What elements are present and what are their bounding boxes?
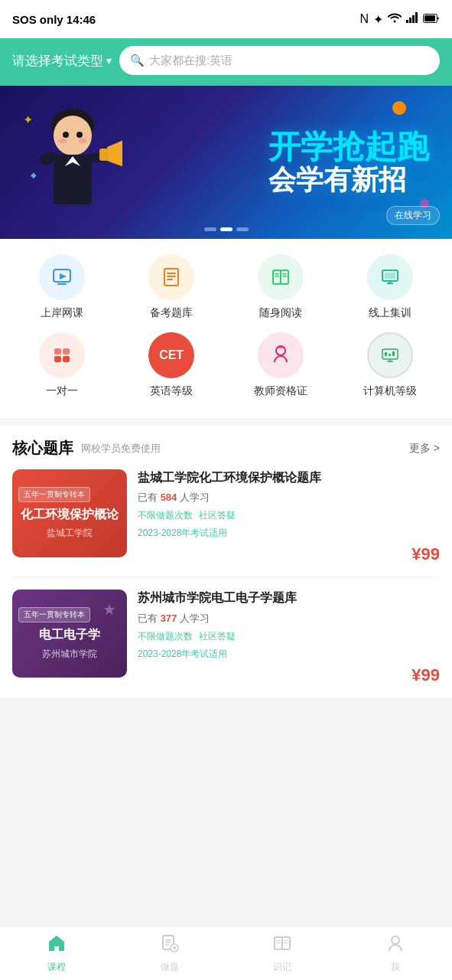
thumb-title-1: 化工环境保护概论 [21, 507, 119, 523]
svg-rect-45 [385, 352, 387, 356]
card-thumb-purple-2: 五年一贯制专转本 ★ 电工电子学 苏州城市学院 [12, 590, 127, 678]
svg-rect-25 [167, 276, 176, 277]
svg-rect-5 [424, 15, 435, 21]
card-info-1: 盐城工学院化工环境保护概论题库 已有 584 人学习 不限做题次数 社区答疑 2… [138, 469, 440, 564]
svg-rect-30 [275, 276, 279, 277]
one-on-one-label: 一对一 [46, 384, 78, 398]
online-course-icon [39, 254, 85, 300]
core-bank-section: 核心题库 网校学员免费使用 更多 > 五年一贯制专转本 化工环境保护概论 盐城工… [0, 426, 452, 697]
svg-rect-26 [167, 279, 173, 280]
online-tag: 在线学习 [386, 206, 440, 225]
card-tag-2-1: 不限做题次数 [138, 630, 193, 643]
svg-rect-3 [415, 12, 418, 23]
more-link[interactable]: 更多 > [409, 442, 440, 456]
thumb-school-1: 盐城工学院 [47, 527, 93, 540]
nav-item-online-training[interactable]: 线上集训 [352, 254, 428, 320]
battery-icon [423, 12, 440, 26]
header: 请选择考试类型 ▾ 🔍 大家都在搜:英语 [0, 38, 452, 86]
bottom-nav-memorize[interactable]: 识记 [252, 933, 313, 974]
profile-icon [385, 933, 405, 958]
course-card-2[interactable]: 五年一贯制专转本 ★ 电工电子学 苏州城市学院 苏州城市学院电工电子学题库 已有… [12, 590, 440, 697]
banner-text-area: 开学抢起跑 会学有新招 [268, 129, 429, 195]
card-thumb-red-1: 五年一贯制专转本 化工环境保护概论 盐城工学院 [12, 469, 127, 557]
svg-point-10 [58, 139, 67, 143]
online-training-label: 线上集训 [369, 306, 411, 320]
deco-circle-orange [392, 101, 406, 115]
bluetooth-icon: ✦ [373, 12, 383, 27]
quick-nav-row-2: 一对一 CET 英语等级 教师资格证 [8, 332, 444, 398]
banner: ✦ ◆ 开学抢起跑 会学有新招 在线学习 [0, 86, 452, 239]
thumb-badge-1: 五年一贯制专转本 [18, 487, 90, 502]
section-title-group: 核心题库 网校学员免费使用 [12, 438, 161, 459]
nav-item-computer-level[interactable]: 计算机等级 [352, 332, 428, 398]
memorize-icon [272, 933, 292, 958]
exam-selector[interactable]: 请选择考试类型 ▾ [12, 52, 112, 70]
thumb-school-2: 苏州城市学院 [42, 648, 97, 661]
svg-rect-31 [282, 273, 287, 275]
svg-marker-16 [107, 138, 122, 168]
card-thumbnail-1: 五年一贯制专转本 化工环境保护概论 盐城工学院 [12, 469, 127, 557]
quick-nav-row-1: 上岸网课 备考题库 [8, 254, 444, 320]
svg-rect-37 [54, 348, 61, 354]
svg-point-61 [392, 936, 399, 944]
svg-marker-21 [60, 273, 67, 279]
courses-icon [47, 933, 67, 958]
svg-rect-29 [275, 273, 279, 275]
svg-point-7 [54, 116, 92, 155]
search-bar[interactable]: 🔍 大家都在搜:英语 [119, 46, 440, 75]
thumb-title-2: 电工电子学 [39, 627, 100, 643]
course-card-1[interactable]: 五年一贯制专转本 化工环境保护概论 盐城工学院 盐城工学院化工环境保护概论题库 … [12, 469, 440, 577]
svg-rect-51 [165, 944, 169, 946]
banner-dots [204, 227, 249, 231]
status-time: SOS only 14:46 [12, 13, 96, 26]
banner-character: ✦ ◆ [15, 101, 122, 239]
svg-rect-39 [54, 356, 61, 362]
card-title-2: 苏州城市学院电工电子学题库 [138, 590, 440, 606]
svg-rect-28 [281, 270, 288, 284]
nav-item-reading[interactable]: 随身阅读 [242, 254, 319, 320]
section-title: 核心题库 [12, 438, 73, 459]
teacher-cert-icon [258, 332, 304, 378]
exam-bank-icon [148, 254, 194, 300]
student-count-2: 377 [161, 612, 177, 624]
card-tag-2-2: 社区答疑 [199, 630, 236, 643]
card-price-2: ¥99 [138, 665, 440, 685]
bottom-nav-courses[interactable]: 课程 [26, 933, 87, 974]
svg-point-9 [76, 132, 83, 138]
memorize-label: 识记 [273, 961, 291, 974]
online-training-icon [367, 254, 413, 300]
bottom-nav-profile[interactable]: 我 [365, 933, 426, 974]
dot-3 [236, 227, 249, 231]
svg-rect-24 [167, 273, 176, 274]
practice-icon [160, 933, 180, 958]
svg-rect-59 [284, 940, 288, 941]
practice-label: 做题 [161, 961, 179, 974]
exam-selector-label: 请选择考试类型 [12, 52, 103, 70]
wifi-icon [388, 12, 402, 26]
svg-rect-40 [63, 356, 70, 362]
svg-rect-49 [165, 939, 171, 941]
svg-rect-1 [409, 18, 411, 23]
teacher-cert-label: 教师资格证 [254, 384, 307, 398]
svg-rect-50 [165, 942, 171, 943]
thumb-badge-2: 五年一贯制专转本 [18, 607, 90, 622]
chevron-down-icon: ▾ [106, 54, 112, 67]
dot-1 [204, 227, 216, 231]
nav-item-one-on-one[interactable]: 一对一 [24, 332, 100, 398]
nav-item-cet[interactable]: CET 英语等级 [133, 332, 210, 398]
card-tag-1-1: 不限做题次数 [138, 509, 193, 522]
one-on-one-icon [39, 332, 85, 378]
bottom-nav-practice[interactable]: 做题 [139, 933, 200, 974]
svg-point-11 [78, 139, 87, 143]
card-year-1: 2023-2028年考试适用 [138, 527, 440, 540]
cet-icon: CET [148, 332, 194, 378]
nav-item-online-course[interactable]: 上岸网课 [24, 254, 100, 320]
svg-rect-38 [63, 348, 70, 354]
nav-item-teacher-cert[interactable]: 教师资格证 [242, 332, 319, 398]
nav-item-exam-bank[interactable]: 备考题库 [133, 254, 210, 320]
svg-rect-46 [389, 354, 391, 356]
quick-nav: 上岸网课 备考题库 [0, 239, 452, 418]
svg-text:◆: ◆ [31, 171, 37, 179]
svg-rect-60 [284, 942, 288, 943]
card-tags-2: 不限做题次数 社区答疑 [138, 630, 440, 643]
